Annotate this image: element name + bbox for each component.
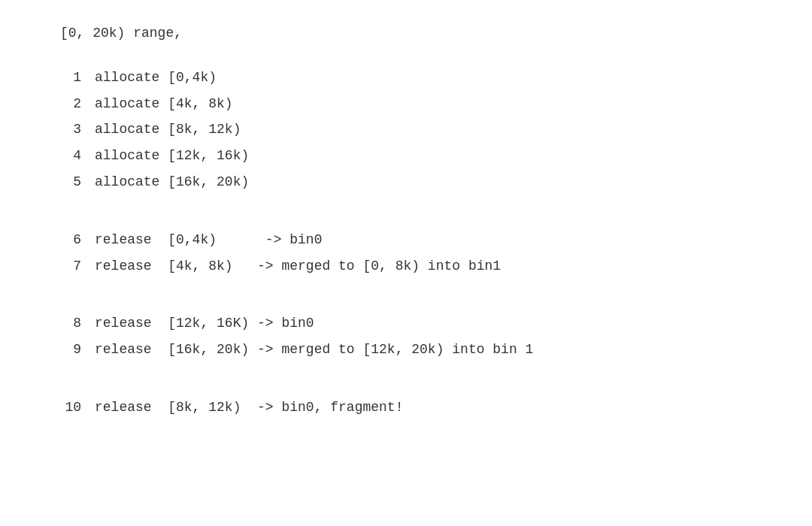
line-text: release [4k, 8k) -> merged to [0, 8k) in… — [95, 255, 501, 277]
line-number: 7 — [60, 255, 81, 277]
line-number: 2 — [60, 93, 81, 115]
line-number: 6 — [60, 229, 81, 251]
code-line: 1allocate [0,4k) — [60, 67, 752, 89]
line-number: 1 — [60, 67, 81, 89]
code-line: 8release [12k, 16K) -> bin0 — [60, 313, 752, 334]
releases3-section: 10release [8k, 12k) -> bin0, fragment! — [60, 397, 752, 419]
line-text: allocate [8k, 12k) — [95, 119, 241, 141]
releases1-section: 6release [0,4k) -> bin07release [4k, 8k)… — [60, 229, 752, 277]
line-number: 4 — [60, 145, 81, 167]
code-line: 7release [4k, 8k) -> merged to [0, 8k) i… — [60, 255, 752, 277]
spacer-2 — [60, 292, 752, 313]
line-number: 10 — [60, 397, 81, 419]
code-line: 6release [0,4k) -> bin0 — [60, 229, 752, 251]
line-text: release [16k, 20k) -> merged to [12k, 20… — [95, 339, 533, 361]
code-line: 10release [8k, 12k) -> bin0, fragment! — [60, 397, 752, 419]
spacer-3 — [60, 376, 752, 397]
code-line: 3allocate [8k, 12k) — [60, 119, 752, 141]
line-text: release [0,4k) -> bin0 — [95, 229, 322, 251]
spacer-1 — [60, 208, 752, 229]
line-text: allocate [4k, 8k) — [95, 93, 233, 115]
code-line: 9release [16k, 20k) -> merged to [12k, 2… — [60, 339, 752, 361]
line-number: 9 — [60, 339, 81, 361]
code-line: 5allocate [16k, 20k) — [60, 171, 752, 193]
line-number: 5 — [60, 171, 81, 193]
code-line: 2allocate [4k, 8k) — [60, 93, 752, 115]
header-label: [0, 20k) range, — [60, 26, 182, 41]
code-line: 4allocate [12k, 16k) — [60, 145, 752, 167]
line-number: 8 — [60, 313, 81, 334]
line-number: 3 — [60, 119, 81, 141]
line-text: allocate [0,4k) — [95, 67, 217, 89]
allocations-section: 1allocate [0,4k)2allocate [4k, 8k)3alloc… — [60, 67, 752, 193]
main-content: [0, 20k) range, 1allocate [0,4k)2allocat… — [0, 0, 812, 449]
line-text: release [8k, 12k) -> bin0, fragment! — [95, 397, 403, 419]
header-text: [0, 20k) range, — [60, 23, 752, 44]
line-text: allocate [12k, 16k) — [95, 145, 249, 167]
releases2-section: 8release [12k, 16K) -> bin09release [16k… — [60, 313, 752, 361]
line-text: release [12k, 16K) -> bin0 — [95, 313, 314, 334]
line-text: allocate [16k, 20k) — [95, 171, 249, 193]
